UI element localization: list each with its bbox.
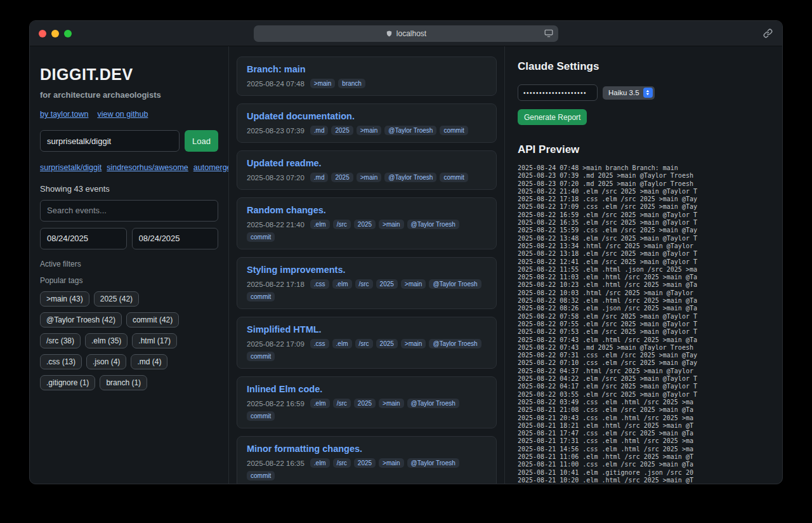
event-date: 2025-08-22 17:09 xyxy=(247,340,304,348)
event-tag[interactable]: .elm xyxy=(310,399,330,408)
event-tag[interactable]: >main xyxy=(401,339,426,348)
event-meta: 2025-08-22 17:09.css.elm/src2025>main@Ta… xyxy=(247,339,487,361)
tag-filter[interactable]: /src (38) xyxy=(40,333,81,348)
link-icon[interactable] xyxy=(763,28,773,39)
event-tag[interactable]: 2025 xyxy=(376,279,398,289)
event-tag[interactable]: commit xyxy=(247,471,275,480)
tag-filter[interactable]: .gitignore (1) xyxy=(40,375,95,390)
event-tag[interactable]: @Taylor Troesh xyxy=(407,220,459,229)
event-date: 2025-08-22 16:59 xyxy=(247,400,304,407)
event-title-link[interactable]: Simplified HTML. xyxy=(247,324,487,334)
close-button[interactable] xyxy=(39,30,46,37)
tag-filter[interactable]: branch (1) xyxy=(100,375,147,390)
event-tag[interactable]: .md xyxy=(310,126,329,135)
address-bar[interactable]: localhost xyxy=(254,25,558,42)
event-tag[interactable]: commit xyxy=(247,411,275,421)
address-bar-url: localhost xyxy=(396,29,426,38)
event-tag[interactable]: @Taylor Troesh xyxy=(407,399,459,408)
event-title-link[interactable]: Minor formatting changes. xyxy=(247,444,487,454)
event-tag[interactable]: .elm xyxy=(310,220,330,229)
event-tag[interactable]: 2025 xyxy=(331,126,353,135)
event-tag[interactable]: /src xyxy=(333,399,351,408)
load-button[interactable]: Load xyxy=(185,130,218,152)
event-tag[interactable]: commit xyxy=(247,232,275,242)
event-tag[interactable]: >main xyxy=(310,79,336,88)
date-to-input[interactable] xyxy=(132,228,219,249)
event-date: 2025-08-22 16:35 xyxy=(247,460,304,467)
tag-filter[interactable]: 2025 (42) xyxy=(94,291,139,307)
tag-filter[interactable]: .json (4) xyxy=(86,354,126,369)
popular-tags: >main (43)2025 (42)@Taylor Troesh (42)co… xyxy=(40,291,218,390)
repo-form: Load xyxy=(40,130,218,152)
traffic-lights xyxy=(39,30,72,37)
repo-link[interactable]: surprisetalk/diggit xyxy=(40,163,102,172)
tag-filter[interactable]: .elm (35) xyxy=(85,333,128,348)
tag-filter[interactable]: .html (17) xyxy=(132,333,177,348)
event-tag[interactable]: 2025 xyxy=(376,339,398,348)
event-tag[interactable]: 2025 xyxy=(354,399,376,408)
event-tag[interactable]: /src xyxy=(333,458,351,468)
event-tag[interactable]: /src xyxy=(355,279,373,289)
event-tag[interactable]: >main xyxy=(357,173,382,182)
event-tag[interactable]: .css xyxy=(310,279,329,289)
event-meta: 2025-08-22 16:59.elm/src2025>main@Taylor… xyxy=(247,399,487,421)
event-tag[interactable]: >main xyxy=(379,399,404,408)
tag-filter[interactable]: .css (13) xyxy=(40,354,82,369)
event-tag[interactable]: >main xyxy=(379,220,404,229)
event-tag[interactable]: commit xyxy=(440,173,468,182)
event-tag[interactable]: 2025 xyxy=(354,458,376,468)
tag-filter[interactable]: @Taylor Troesh (42) xyxy=(40,312,122,328)
event-tag[interactable]: /src xyxy=(355,339,373,348)
tag-filter[interactable]: >main (43) xyxy=(40,291,89,307)
select-stepper-icon: ▲▼ xyxy=(643,88,653,98)
event-tag[interactable]: commit xyxy=(247,292,275,301)
repo-input[interactable] xyxy=(40,130,180,152)
claude-settings-heading: Claude Settings xyxy=(518,60,769,73)
page-subtitle: for architecture archaeologists xyxy=(40,90,218,100)
event-tag[interactable]: @Taylor Troesh xyxy=(407,458,459,468)
monitor-icon[interactable] xyxy=(544,29,553,39)
event-date: 2025-08-22 21:40 xyxy=(247,221,304,228)
event-title-link[interactable]: Updated readme. xyxy=(247,158,487,168)
event-tag[interactable]: @Taylor Troesh xyxy=(384,173,436,182)
event-title-link[interactable]: Updated documentation. xyxy=(247,111,487,121)
event-tag[interactable]: commit xyxy=(440,126,468,135)
minimize-button[interactable] xyxy=(51,30,59,37)
zoom-button[interactable] xyxy=(64,30,72,37)
search-input[interactable] xyxy=(40,200,218,222)
tag-filter[interactable]: commit (42) xyxy=(126,312,179,328)
github-link[interactable]: view on github xyxy=(97,110,148,119)
event-tag[interactable]: @Taylor Troesh xyxy=(429,339,481,348)
event-feed: Branch: main2025-08-24 07:48>mainbranchU… xyxy=(229,46,505,484)
event-tag[interactable]: >main xyxy=(401,279,426,289)
event-tag[interactable]: >main xyxy=(357,126,382,135)
model-select[interactable]: Haiku 3.5 ▲▼ xyxy=(603,86,655,100)
event-title-link[interactable]: Random changes. xyxy=(247,205,487,215)
event-tag[interactable]: .elm xyxy=(332,279,352,289)
generate-report-button[interactable]: Generate Report xyxy=(518,109,587,125)
tag-filter[interactable]: .md (4) xyxy=(131,354,167,369)
repo-link[interactable]: automerge/automerge xyxy=(193,163,229,172)
event-tag[interactable]: 2025 xyxy=(331,173,353,182)
author-link[interactable]: by taylor.town xyxy=(40,110,88,119)
event-tag[interactable]: @Taylor Troesh xyxy=(384,126,436,135)
event-tag[interactable]: @Taylor Troesh xyxy=(429,279,481,289)
date-from-input[interactable] xyxy=(40,228,127,249)
event-tag[interactable]: .md xyxy=(310,173,329,182)
event-tag[interactable]: /src xyxy=(333,220,351,229)
event-title-link[interactable]: Branch: main xyxy=(247,64,487,74)
event-tag[interactable]: .elm xyxy=(332,339,352,348)
event-title-link[interactable]: Inlined Elm code. xyxy=(247,384,487,394)
page-title: DIGGIT.DEV xyxy=(40,65,218,84)
api-key-input[interactable] xyxy=(518,84,598,101)
event-title-link[interactable]: Styling improvements. xyxy=(247,265,487,275)
event-tag[interactable]: .elm xyxy=(310,458,330,468)
event-tag[interactable]: >main xyxy=(379,458,404,468)
event-tag[interactable]: .css xyxy=(310,339,329,348)
event-tag[interactable]: branch xyxy=(338,79,365,88)
event-card: Styling improvements.2025-08-22 17:18.cs… xyxy=(237,257,497,309)
claude-panel: Claude Settings Haiku 3.5 ▲▼ Generate Re… xyxy=(505,46,782,484)
event-tag[interactable]: 2025 xyxy=(354,220,376,229)
repo-link[interactable]: sindresorhus/awesome xyxy=(107,163,188,172)
event-tag[interactable]: commit xyxy=(247,352,275,361)
